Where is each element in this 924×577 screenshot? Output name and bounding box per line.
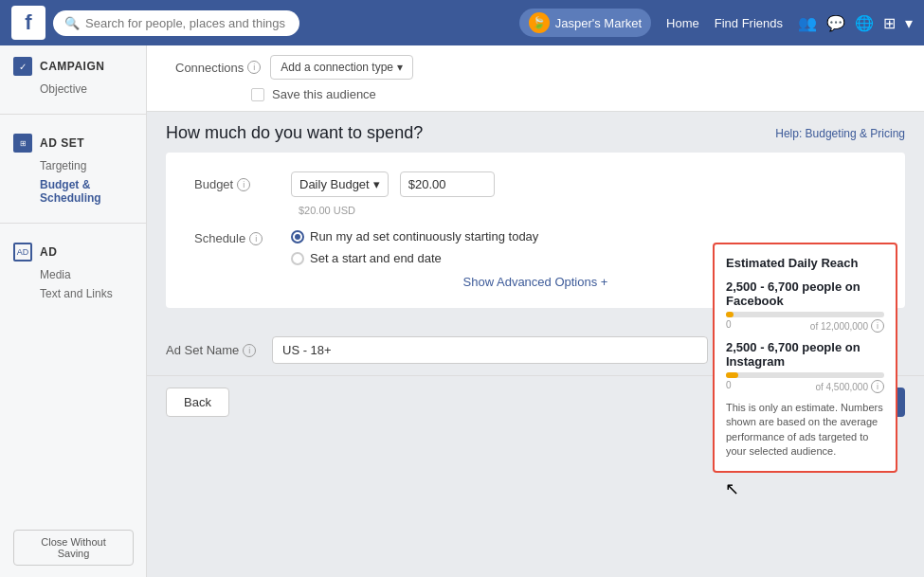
campaign-title: CAMPAIGN: [40, 60, 104, 73]
people-icon[interactable]: 👥: [798, 14, 817, 32]
schedule-continuous-option[interactable]: Run my ad set continuously starting toda…: [291, 229, 538, 243]
schedule-continuous-radio[interactable]: [291, 230, 304, 243]
save-audience-row: Save this audience: [175, 87, 896, 101]
reach-instagram: 2,500 - 6,700 people on Instagram 0 of 4…: [726, 340, 884, 393]
facebook-logo: f: [11, 6, 45, 40]
ig-bar-right-label: of 4,500,000: [815, 382, 868, 392]
instagram-reach-fill: [726, 372, 738, 378]
budget-info-icon[interactable]: i: [237, 178, 250, 191]
ad-title: AD: [40, 245, 57, 259]
adset-header: ⊞ AD SET: [13, 134, 133, 153]
caret-down-icon[interactable]: ▾: [905, 14, 913, 32]
campaign-icon: ✓: [13, 57, 32, 76]
schedule-startend-label: Set a start and end date: [310, 251, 442, 265]
add-connection-caret: ▾: [397, 61, 403, 74]
adset-name-info-icon[interactable]: i: [243, 344, 256, 357]
jasper-label: Jasper's Market: [555, 16, 642, 30]
connections-info-icon[interactable]: i: [247, 61, 261, 74]
back-button[interactable]: Back: [166, 388, 229, 417]
search-input[interactable]: [85, 16, 288, 30]
close-without-saving-button[interactable]: Close Without Saving: [13, 530, 134, 566]
budget-field-label: Budget i: [194, 177, 280, 191]
budget-header-row: How much do you want to spend? Help: Bud…: [166, 123, 905, 143]
budget-dropdown-caret: ▾: [373, 177, 380, 191]
schedule-options: Run my ad set continuously starting toda…: [291, 229, 538, 265]
sidebar-ad-section: AD AD Media Text and Links: [0, 231, 146, 311]
budget-type-label: Daily Budget: [299, 177, 370, 191]
schedule-info-icon[interactable]: i: [249, 232, 263, 245]
budget-value-input[interactable]: [400, 171, 495, 197]
help-budgeting-link[interactable]: Help: Budgeting & Pricing: [775, 127, 905, 140]
sidebar-item-text-links[interactable]: Text and Links: [13, 284, 133, 303]
facebook-reach-fill: [726, 312, 734, 317]
nav-right: 🍃 Jasper's Market Home Find Friends 👥 💬 …: [519, 9, 913, 37]
schedule-startend-option[interactable]: Set a start and end date: [291, 251, 538, 265]
ad-header: AD AD: [13, 243, 133, 261]
save-audience-label: Save this audience: [272, 87, 376, 101]
schedule-continuous-label: Run my ad set continuously starting toda…: [310, 229, 538, 243]
schedule-startend-radio[interactable]: [291, 252, 304, 265]
facebook-reach-bar: [726, 312, 884, 317]
nav-icons: 👥 💬 🌐 ⊞ ▾: [798, 14, 913, 32]
search-bar[interactable]: 🔍: [53, 10, 299, 36]
cursor: ↖: [725, 478, 739, 499]
fb-reach-info-icon[interactable]: i: [871, 319, 884, 333]
fb-bar-left: 0: [726, 319, 732, 333]
jasper-brand: 🍃 Jasper's Market: [519, 9, 651, 37]
budget-usd-note: $20.00 USD: [299, 205, 877, 216]
ig-bar-right: of 4,500,000 i: [815, 380, 884, 393]
adset-name-label: Ad Set Name i: [166, 343, 261, 357]
budget-type-dropdown[interactable]: Daily Budget ▾: [291, 171, 389, 197]
connections-label: Connections i: [175, 61, 261, 75]
adset-icon: ⊞: [13, 134, 32, 153]
estimated-reach-box: Estimated Daily Reach 2,500 - 6,700 peop…: [713, 243, 897, 473]
top-nav: f 🔍 🍃 Jasper's Market Home Find Friends …: [0, 0, 924, 45]
main-layout: ✓ CAMPAIGN Objective ⊞ AD SET Targeting …: [0, 45, 924, 577]
fb-bar-right: of 12,000,000 i: [810, 319, 884, 333]
budget-input-row: Budget i Daily Budget ▾: [194, 171, 877, 197]
connections-row: Connections i Add a connection type ▾: [175, 55, 896, 80]
ig-bar-left: 0: [726, 380, 732, 393]
reach-title: Estimated Daily Reach: [726, 256, 884, 270]
search-icon: 🔍: [64, 16, 80, 30]
grid-icon[interactable]: ⊞: [883, 14, 896, 32]
campaign-header: ✓ CAMPAIGN: [13, 57, 133, 76]
content-area: Connections i Add a connection type ▾ Sa…: [147, 45, 924, 577]
globe-icon[interactable]: 🌐: [855, 14, 874, 32]
jasper-icon: 🍃: [529, 12, 550, 33]
sidebar-item-media[interactable]: Media: [13, 265, 133, 284]
schedule-label: Schedule i: [194, 229, 280, 245]
ig-reach-info-icon[interactable]: i: [871, 380, 884, 393]
sidebar-item-targeting[interactable]: Targeting: [13, 156, 133, 175]
home-link[interactable]: Home: [666, 16, 699, 30]
save-audience-checkbox[interactable]: [251, 88, 264, 101]
fb-bar-right-label: of 12,000,000: [810, 321, 868, 332]
ad-icon: AD: [13, 243, 32, 261]
add-connection-label: Add a connection type: [281, 61, 393, 74]
sidebar-item-budget[interactable]: Budget & Scheduling: [13, 175, 133, 207]
reach-facebook: 2,500 - 6,700 people on Facebook 0 of 12…: [726, 279, 884, 333]
budget-section-wrapper: How much do you want to spend? Help: Bud…: [147, 112, 924, 329]
connections-text: Connections: [175, 61, 244, 75]
sidebar-adset-section: ⊞ AD SET Targeting Budget & Scheduling: [0, 122, 146, 215]
sidebar-campaign-section: ✓ CAMPAIGN Objective: [0, 45, 146, 106]
add-connection-button[interactable]: Add a connection type ▾: [270, 55, 413, 80]
connections-section: Connections i Add a connection type ▾ Sa…: [147, 45, 924, 112]
sidebar: ✓ CAMPAIGN Objective ⊞ AD SET Targeting …: [0, 45, 147, 577]
instagram-reach-bar: [726, 372, 884, 378]
adset-title: AD SET: [40, 136, 84, 150]
budget-section-title: How much do you want to spend?: [166, 123, 423, 143]
instagram-bar-labels: 0 of 4,500,000 i: [726, 380, 884, 393]
facebook-bar-labels: 0 of 12,000,000 i: [726, 319, 884, 333]
instagram-reach-count: 2,500 - 6,700 people on Instagram: [726, 340, 884, 369]
adset-name-input[interactable]: [272, 336, 708, 364]
facebook-reach-count: 2,500 - 6,700 people on Facebook: [726, 279, 884, 308]
reach-disclaimer: This is only an estimate. Numbers shown …: [726, 401, 884, 460]
chat-icon[interactable]: 💬: [826, 14, 845, 32]
find-friends-link[interactable]: Find Friends: [715, 16, 783, 30]
sidebar-item-objective[interactable]: Objective: [13, 80, 133, 99]
